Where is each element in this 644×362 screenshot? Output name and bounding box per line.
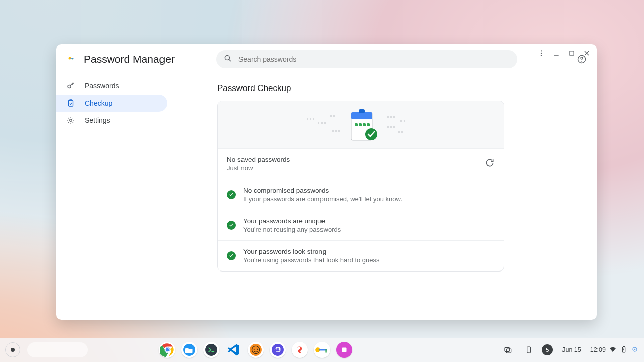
window-controls (537, 49, 591, 57)
check-row-compromised: No compromised passwords If your passwor… (218, 179, 504, 210)
checkup-illustration (218, 101, 504, 148)
svg-rect-35 (335, 130, 337, 132)
sidebar-item-checkup[interactable]: Checkup (56, 95, 167, 112)
check-row-unique: Your passwords are unique You're not reu… (218, 210, 504, 240)
svg-rect-61 (325, 349, 326, 353)
svg-rect-25 (333, 115, 335, 117)
app-mastodon[interactable] (270, 342, 286, 358)
check-row-sub: You're using passwords that look hard to… (243, 256, 380, 264)
svg-rect-36 (338, 130, 340, 132)
check-row-sub: If your passwords are compromised, we'll… (243, 195, 403, 203)
svg-rect-38 (401, 131, 403, 133)
svg-point-55 (254, 349, 255, 350)
tray-overview-icon[interactable] (500, 343, 516, 357)
check-row-title: Your passwords are unique (243, 217, 341, 225)
close-button[interactable] (583, 49, 591, 57)
gear-icon (66, 116, 75, 125)
sidebar-item-settings[interactable]: Settings (56, 112, 167, 129)
app-terminal[interactable] (203, 342, 219, 358)
svg-point-1 (541, 53, 542, 54)
svg-line-11 (229, 59, 231, 61)
brand: Password Manager (66, 53, 207, 65)
svg-rect-63 (342, 347, 343, 347)
app-password-manager[interactable] (314, 342, 330, 358)
svg-rect-62 (342, 348, 347, 352)
svg-rect-26 (387, 116, 389, 118)
status-row: No saved passwords Just now (218, 148, 504, 179)
svg-rect-41 (359, 109, 365, 113)
svg-rect-18 (307, 118, 308, 120)
svg-rect-24 (330, 115, 332, 117)
svg-rect-15 (69, 100, 73, 106)
shelf: 5 Jun 15 12:09 (0, 338, 644, 362)
status-title: No saved passwords (227, 156, 290, 163)
search-input[interactable] (237, 55, 510, 64)
status-area[interactable]: 12:09 (590, 345, 639, 355)
sidebar: Passwords Checkup Settings (56, 74, 217, 320)
app-title: Password Manager (84, 53, 175, 65)
svg-rect-33 (404, 120, 405, 122)
tray-phone-hub-icon[interactable] (521, 343, 537, 357)
svg-rect-19 (310, 118, 311, 120)
svg-point-71 (634, 348, 636, 350)
more-vert-icon[interactable] (537, 49, 545, 57)
status-subtitle: Just now (227, 164, 290, 172)
page-title: Password Checkup (217, 83, 582, 94)
launcher-button[interactable] (5, 342, 20, 357)
tray-extra-icon (631, 345, 639, 355)
svg-rect-37 (398, 131, 400, 133)
check-row-title: No compromised passwords (243, 187, 403, 194)
svg-rect-34 (332, 130, 334, 132)
svg-rect-9 (73, 58, 73, 60)
svg-rect-4 (570, 51, 574, 55)
svg-rect-23 (324, 122, 326, 124)
check-ok-icon (227, 221, 236, 230)
sidebar-item-label: Settings (85, 116, 110, 124)
svg-rect-44 (363, 123, 366, 126)
sidebar-item-passwords[interactable]: Passwords (56, 77, 167, 95)
svg-point-13 (581, 61, 582, 62)
svg-rect-43 (359, 123, 362, 126)
svg-rect-21 (318, 122, 319, 124)
svg-point-14 (68, 85, 71, 88)
tray-date[interactable]: Jun 15 (558, 343, 585, 357)
svg-point-57 (272, 344, 284, 356)
app-lutris[interactable] (248, 342, 264, 358)
check-row-title: Your passwords look strong (243, 248, 380, 255)
checkup-card: No saved passwords Just now No compromis… (217, 101, 504, 272)
sidebar-item-label: Checkup (85, 99, 112, 107)
check-row-sub: You're not reusing any passwords (243, 226, 341, 233)
app-superlist[interactable] (292, 342, 308, 358)
check-ok-icon (227, 190, 236, 199)
wifi-icon (609, 345, 617, 355)
svg-rect-30 (390, 126, 392, 128)
shelf-search-pill[interactable] (27, 342, 88, 357)
svg-point-56 (257, 349, 258, 350)
app-files[interactable] (181, 342, 197, 358)
tray-notification-badge[interactable]: 5 (542, 344, 553, 355)
svg-point-2 (541, 55, 542, 56)
svg-rect-27 (390, 116, 392, 118)
svg-rect-40 (351, 112, 372, 119)
password-manager-logo-icon (66, 54, 76, 64)
svg-rect-64 (505, 347, 509, 351)
svg-rect-45 (367, 123, 370, 126)
app-screenshot[interactable] (336, 342, 352, 358)
minimize-button[interactable] (552, 49, 560, 57)
svg-rect-22 (321, 122, 323, 124)
maximize-button[interactable] (568, 49, 576, 57)
svg-rect-65 (507, 349, 511, 353)
shelf-separator (426, 343, 426, 356)
search-icon (223, 54, 232, 65)
search-field[interactable] (216, 50, 517, 68)
key-icon (66, 81, 75, 90)
svg-rect-31 (393, 126, 395, 128)
svg-rect-28 (393, 116, 395, 118)
svg-rect-42 (355, 123, 358, 126)
app-vscode[interactable] (225, 342, 242, 358)
refresh-button[interactable] (485, 158, 495, 170)
header: Password Manager (56, 44, 597, 74)
app-chrome[interactable] (159, 342, 175, 358)
system-tray: 5 Jun 15 12:09 (500, 343, 639, 357)
svg-point-49 (165, 348, 169, 352)
